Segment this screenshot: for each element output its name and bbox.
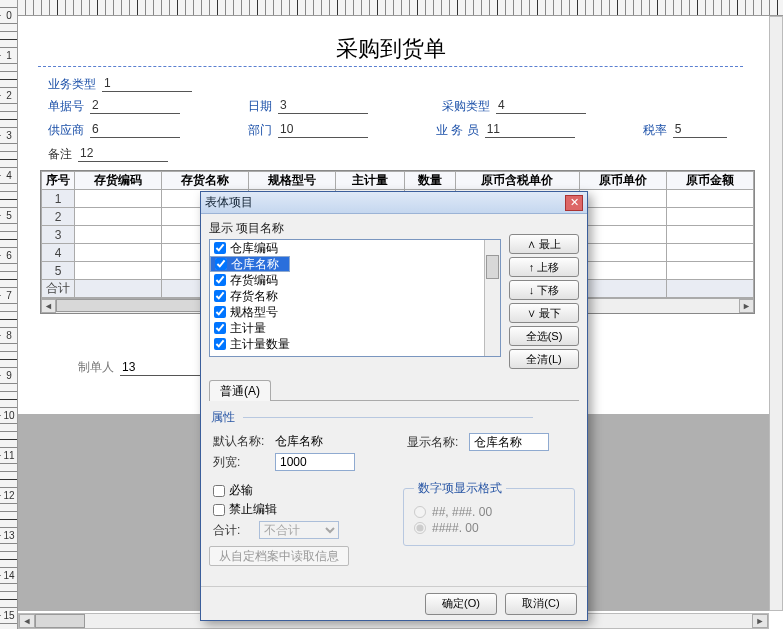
field-clerk[interactable]: 业 务 员 11 bbox=[436, 120, 575, 140]
visibility-checkbox[interactable] bbox=[215, 258, 227, 270]
field-maker[interactable]: 制单人 13 bbox=[78, 359, 210, 376]
column-header[interactable]: 主计量 bbox=[336, 172, 405, 190]
row-number: 1 bbox=[42, 190, 75, 208]
visibility-checkbox[interactable] bbox=[214, 242, 226, 254]
visibility-checkbox[interactable] bbox=[214, 322, 226, 334]
cell[interactable] bbox=[666, 226, 753, 244]
field-doc-no[interactable]: 单据号 2 bbox=[48, 96, 180, 116]
column-header[interactable]: 规格型号 bbox=[249, 172, 336, 190]
cell bbox=[666, 280, 753, 298]
cell[interactable] bbox=[75, 190, 162, 208]
scroll-right-icon[interactable]: ► bbox=[752, 614, 768, 628]
column-header[interactable]: 原币金额 bbox=[666, 172, 753, 190]
column-header[interactable]: 存货编码 bbox=[75, 172, 162, 190]
display-name-input[interactable] bbox=[469, 433, 549, 451]
format-option-2[interactable]: ####. 00 bbox=[414, 521, 564, 535]
field-purch-type[interactable]: 采购类型 4 bbox=[442, 96, 586, 116]
required-checkbox[interactable]: 必输 bbox=[213, 482, 385, 499]
move-up-button[interactable]: ↑ 上移 bbox=[509, 257, 579, 277]
cell[interactable] bbox=[666, 208, 753, 226]
cell[interactable] bbox=[75, 208, 162, 226]
value: 2 bbox=[90, 98, 180, 114]
item-label: 仓库名称 bbox=[231, 256, 279, 273]
column-header[interactable]: 原币单价 bbox=[579, 172, 666, 190]
visibility-checkbox[interactable] bbox=[214, 290, 226, 302]
cell[interactable] bbox=[579, 262, 666, 280]
listbox-vscrollbar[interactable] bbox=[484, 240, 500, 356]
cell[interactable] bbox=[666, 262, 753, 280]
scroll-thumb[interactable] bbox=[35, 614, 85, 628]
value: 11 bbox=[485, 122, 575, 138]
cell[interactable] bbox=[579, 208, 666, 226]
columns-listbox[interactable]: 仓库编码仓库名称存货编码存货名称规格型号主计量主计量数量 bbox=[209, 239, 501, 357]
scroll-right-icon[interactable]: ► bbox=[739, 299, 754, 313]
cell[interactable] bbox=[666, 244, 753, 262]
field-remark[interactable]: 备注 12 bbox=[48, 144, 168, 164]
list-item[interactable]: 主计量 bbox=[210, 320, 484, 336]
page-title: 采购到货单 bbox=[18, 34, 763, 64]
visibility-checkbox[interactable] bbox=[214, 338, 226, 350]
cell[interactable] bbox=[579, 190, 666, 208]
tab-general[interactable]: 普通(A) bbox=[209, 380, 271, 401]
scroll-left-icon[interactable]: ◄ bbox=[19, 614, 35, 628]
field-date[interactable]: 日期 3 bbox=[248, 96, 368, 116]
column-header[interactable]: 存货名称 bbox=[162, 172, 249, 190]
total-select: 不合计 bbox=[259, 521, 339, 539]
cell bbox=[579, 280, 666, 298]
dialog-title: 表体项目 bbox=[205, 194, 565, 211]
label: ####. 00 bbox=[432, 521, 479, 535]
cell[interactable] bbox=[579, 226, 666, 244]
column-settings-dialog: 表体项目 ✕ 显示 项目名称 仓库编码仓库名称存货编码存货名称规格型号主计量主计… bbox=[200, 191, 588, 621]
label: 税率 bbox=[643, 122, 667, 139]
value: 5 bbox=[673, 122, 727, 138]
row-number: 5 bbox=[42, 262, 75, 280]
cell[interactable] bbox=[666, 190, 753, 208]
field-supplier[interactable]: 供应商 6 bbox=[48, 120, 180, 140]
cancel-button[interactable]: 取消(C) bbox=[505, 593, 577, 615]
move-down-button[interactable]: ↓ 下移 bbox=[509, 280, 579, 300]
list-item[interactable]: 规格型号 bbox=[210, 304, 484, 320]
item-label: 规格型号 bbox=[230, 304, 278, 321]
visibility-checkbox[interactable] bbox=[214, 306, 226, 318]
column-header[interactable]: 序号 bbox=[42, 172, 75, 190]
label: 供应商 bbox=[48, 122, 84, 139]
field-dept[interactable]: 部门 10 bbox=[248, 120, 368, 140]
divider-dotted bbox=[38, 66, 743, 67]
row-number: 4 bbox=[42, 244, 75, 262]
item-label: 主计量数量 bbox=[230, 336, 290, 353]
list-item[interactable]: 仓库名称 bbox=[210, 256, 290, 272]
clear-all-button[interactable]: 全清(L) bbox=[509, 349, 579, 369]
ok-button[interactable]: 确定(O) bbox=[425, 593, 497, 615]
readonly-checkbox[interactable]: 禁止编辑 bbox=[213, 501, 385, 518]
cell[interactable] bbox=[75, 226, 162, 244]
column-header[interactable]: 原币含税单价 bbox=[455, 172, 579, 190]
close-icon[interactable]: ✕ bbox=[565, 195, 583, 211]
column-header[interactable]: 数量 bbox=[405, 172, 455, 190]
label: 列宽: bbox=[213, 454, 269, 471]
label: 单据号 bbox=[48, 98, 84, 115]
dialog-titlebar[interactable]: 表体项目 ✕ bbox=[201, 192, 587, 214]
scroll-left-icon[interactable]: ◄ bbox=[41, 299, 56, 313]
cell[interactable] bbox=[75, 262, 162, 280]
list-item[interactable]: 存货编码 bbox=[210, 272, 484, 288]
field-tax[interactable]: 税率 5 bbox=[643, 120, 727, 140]
label: 默认名称: bbox=[213, 433, 269, 450]
list-item[interactable]: 存货名称 bbox=[210, 288, 484, 304]
select-all-button[interactable]: 全选(S) bbox=[509, 326, 579, 346]
colwidth-input[interactable] bbox=[275, 453, 355, 471]
move-top-button[interactable]: ∧ 最上 bbox=[509, 234, 579, 254]
scroll-thumb[interactable] bbox=[486, 255, 499, 279]
move-bottom-button[interactable]: ∨ 最下 bbox=[509, 303, 579, 323]
canvas-vscrollbar[interactable] bbox=[769, 16, 783, 611]
cell[interactable] bbox=[75, 244, 162, 262]
list-item[interactable]: 仓库编码 bbox=[210, 240, 484, 256]
read-archive-button: 从自定档案中读取信息 bbox=[209, 546, 349, 566]
format-option-1[interactable]: ##, ###. 00 bbox=[414, 505, 564, 519]
value: 1 bbox=[102, 76, 192, 92]
label: 业 务 员 bbox=[436, 122, 479, 139]
label: 合计: bbox=[213, 522, 253, 539]
field-biz-type[interactable]: 业务类型 1 bbox=[48, 74, 192, 94]
cell[interactable] bbox=[579, 244, 666, 262]
list-item[interactable]: 主计量数量 bbox=[210, 336, 484, 352]
visibility-checkbox[interactable] bbox=[214, 274, 226, 286]
